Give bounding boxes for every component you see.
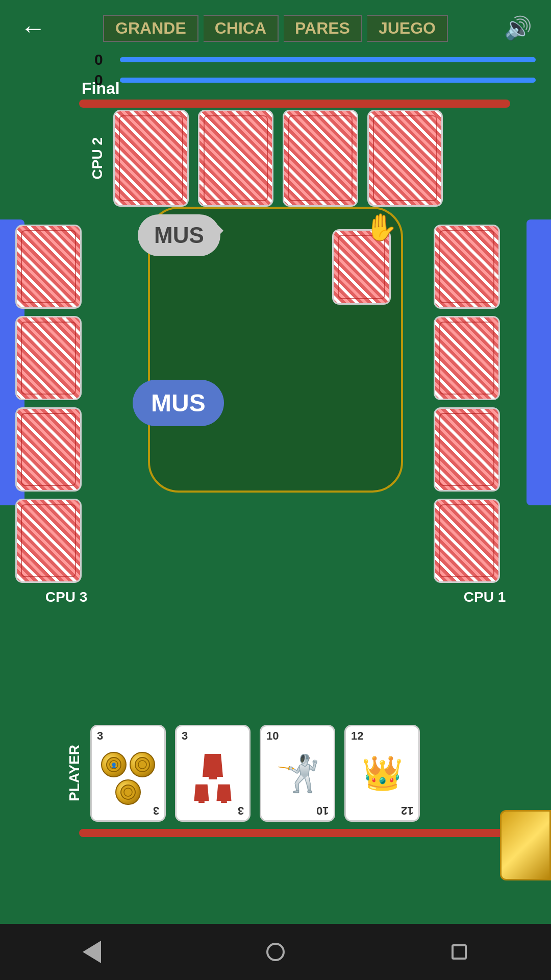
cup-svg-1	[201, 751, 225, 779]
nav-recent-button[interactable]	[439, 932, 480, 972]
score-value-1: 0	[94, 51, 115, 68]
svg-text:👤: 👤	[111, 762, 117, 769]
nav-recent-icon	[452, 944, 467, 960]
coin-row-top: 👤	[101, 752, 155, 777]
player-card-3[interactable]: 10 🤺 10	[260, 725, 335, 822]
player-label: PLAYER	[66, 745, 83, 801]
score-bar-1	[120, 57, 536, 62]
chica-label: CHICA	[204, 15, 279, 42]
juego-label: JUEGO	[367, 15, 448, 42]
cpu1-card-2	[434, 316, 500, 400]
cup-svg-3	[215, 782, 233, 803]
card-2-number-bottom: 3	[238, 804, 244, 817]
cpu2-card-2	[198, 110, 273, 207]
score-bar-2	[120, 78, 536, 83]
cpu1-card-3	[434, 407, 500, 492]
card-1-art: 👤	[101, 726, 155, 820]
cpu1-label: CPU 1	[434, 589, 536, 605]
cup-row-2	[192, 782, 233, 803]
cpu2-label: CPU 2	[89, 137, 106, 179]
cpu3-card-2	[15, 316, 82, 400]
mus-bubble-bottom: MUS	[133, 380, 224, 426]
hand-icon: ✋	[365, 212, 398, 243]
cpu2-card-3	[283, 110, 358, 207]
score-row-1: 0	[94, 51, 536, 68]
cpu3-area: CPU 3	[15, 225, 117, 605]
coin-1: 👤	[101, 752, 127, 777]
player-card-4[interactable]: 12 👑 12	[344, 725, 420, 822]
nav-back-icon	[83, 941, 101, 963]
svg-point-5	[121, 785, 135, 799]
svg-rect-9	[198, 801, 205, 803]
cpu1-card-4	[434, 499, 500, 583]
cpu3-card-1	[15, 225, 82, 309]
cpu1-cards	[434, 225, 536, 583]
player-cards: 3 👤	[90, 725, 420, 822]
card-4-number-bottom: 12	[401, 804, 413, 817]
nav-home-icon	[266, 943, 285, 961]
card-1-number-top: 3	[97, 729, 103, 743]
grande-label: GRANDE	[103, 15, 198, 42]
card-4-number-top: 12	[351, 729, 363, 743]
mus-top-label: MUS	[154, 223, 204, 248]
card-2-number-top: 3	[182, 729, 188, 743]
svg-rect-7	[209, 777, 217, 779]
player-card-1[interactable]: 3 👤	[90, 725, 166, 822]
player-card-2[interactable]: 3 3	[175, 725, 251, 822]
card-1-number-bottom: 3	[153, 804, 159, 817]
cpu1-card-1	[434, 225, 500, 309]
score-row-2: 0	[94, 71, 536, 89]
mus-bubble-top: MUS	[138, 214, 220, 256]
cup-svg-2	[192, 782, 211, 803]
cpu1-area: CPU 1	[434, 225, 536, 605]
sound-button[interactable]: 🔊	[500, 10, 536, 46]
cpu3-card-4	[15, 499, 82, 583]
score-column-labels: GRANDE CHICA PARES JUEGO	[103, 15, 448, 42]
cpu3-cards	[15, 225, 117, 583]
cpu2-card-4	[367, 110, 443, 207]
svg-rect-10	[221, 801, 227, 803]
card-3-number-top: 10	[266, 729, 279, 743]
back-button[interactable]: ←	[15, 10, 51, 46]
cpu3-label: CPU 3	[15, 589, 117, 605]
svg-point-3	[135, 757, 149, 772]
card-2-art	[192, 726, 233, 820]
progress-bar-top	[79, 100, 510, 108]
golden-card	[500, 810, 551, 880]
nav-back-button[interactable]	[71, 932, 112, 972]
coin-row-bottom	[115, 779, 141, 805]
back-arrow-icon: ←	[20, 13, 46, 43]
nav-home-button[interactable]	[255, 932, 296, 972]
cpu2-area: CPU 2	[89, 110, 520, 207]
progress-bar-bottom	[79, 829, 510, 837]
cpu2-card-1	[113, 110, 189, 207]
coin-3	[115, 779, 141, 805]
pares-label: PARES	[284, 15, 362, 42]
cpu2-cards	[113, 110, 443, 207]
sound-icon: 🔊	[504, 15, 532, 41]
card-3-number-bottom: 10	[316, 804, 329, 817]
coin-2	[130, 752, 155, 777]
mus-bottom-label: MUS	[151, 389, 206, 416]
score-table: ← GRANDE CHICA PARES JUEGO 🔊 0 0 Final	[0, 0, 551, 102]
cpu3-card-3	[15, 407, 82, 492]
center-area: MUS ✋ MUS	[122, 207, 429, 493]
final-label: Final	[82, 79, 120, 98]
player-area: PLAYER 3 👤	[66, 725, 510, 822]
android-nav-bar	[0, 924, 551, 980]
